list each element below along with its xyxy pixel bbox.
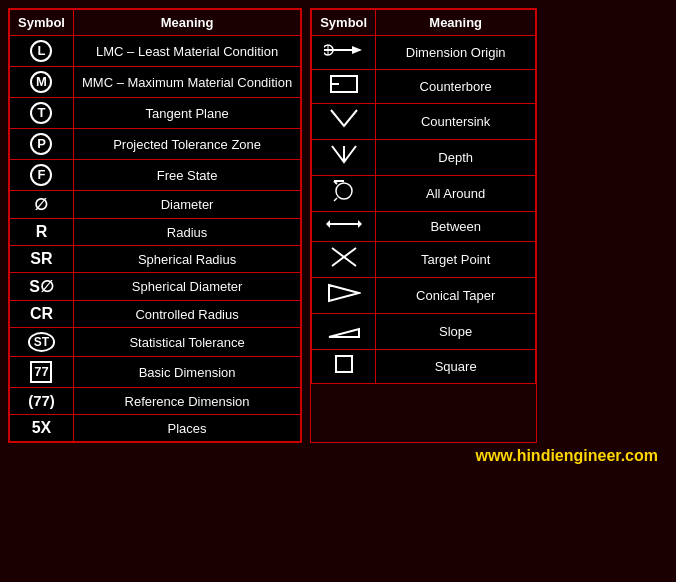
right-table: Symbol Meaning Dimension <box>311 9 536 384</box>
symbol-counterbore <box>312 70 376 104</box>
symbol-conical-taper <box>312 278 376 314</box>
table-row: ∅ Diameter <box>10 191 301 219</box>
counterbore-icon <box>329 74 359 94</box>
slope-icon <box>327 318 361 340</box>
website-label: www.hindiengineer.com <box>475 447 658 464</box>
meaning-square: Square <box>376 350 536 384</box>
symbol-all-around <box>312 176 376 212</box>
symbol-places: 5X <box>10 415 74 442</box>
symbol-free-state: F <box>10 160 74 191</box>
table-row: T Tangent Plane <box>10 98 301 129</box>
table-row: Counterbore <box>312 70 536 104</box>
left-table: Symbol Meaning L LMC – Least Material Co… <box>9 9 301 442</box>
table-row: S∅ Spherical Diameter <box>10 273 301 301</box>
meaning-target-point: Target Point <box>376 242 536 278</box>
symbol-diameter: ∅ <box>10 191 74 219</box>
left-header-meaning: Meaning <box>73 10 300 36</box>
meaning-places: Places <box>73 415 300 442</box>
symbol-controlled-radius: CR <box>10 301 74 328</box>
meaning-diameter: Diameter <box>73 191 300 219</box>
table-row: Dimension Origin <box>312 36 536 70</box>
table-row: P Projected Tolerance Zone <box>10 129 301 160</box>
target-point-icon <box>330 246 358 268</box>
between-icon <box>326 216 362 232</box>
symbol-square <box>312 350 376 384</box>
right-table-wrapper: Symbol Meaning Dimension <box>310 8 537 443</box>
symbol-target-point <box>312 242 376 278</box>
table-row: CR Controlled Radius <box>10 301 301 328</box>
depth-icon <box>330 144 358 166</box>
svg-marker-19 <box>329 329 359 337</box>
svg-line-11 <box>334 198 337 201</box>
meaning-dim-origin: Dimension Origin <box>376 36 536 70</box>
symbol-countersink <box>312 104 376 140</box>
meaning-projected: Projected Tolerance Zone <box>73 129 300 160</box>
svg-rect-20 <box>336 356 352 372</box>
symbol-ref-dim: (77) <box>10 388 74 415</box>
countersink-icon <box>329 108 359 130</box>
table-row: 5X Places <box>10 415 301 442</box>
symbol-tangent: T <box>10 98 74 129</box>
svg-marker-1 <box>352 46 362 54</box>
left-table-wrapper: Symbol Meaning L LMC – Least Material Co… <box>8 8 302 443</box>
right-header-symbol: Symbol <box>312 10 376 36</box>
meaning-free-state: Free State <box>73 160 300 191</box>
meaning-ref-dim: Reference Dimension <box>73 388 300 415</box>
meaning-statistical: Statistical Tolerance <box>73 328 300 357</box>
table-row: Conical Taper <box>312 278 536 314</box>
table-row: L LMC – Least Material Condition <box>10 36 301 67</box>
table-row: F Free State <box>10 160 301 191</box>
symbol-basic-dim: 77 <box>10 357 74 388</box>
meaning-tangent: Tangent Plane <box>73 98 300 129</box>
symbol-spherical-diameter: S∅ <box>10 273 74 301</box>
table-row: All Around <box>312 176 536 212</box>
meaning-depth: Depth <box>376 140 536 176</box>
symbol-depth <box>312 140 376 176</box>
table-row: ST Statistical Tolerance <box>10 328 301 357</box>
meaning-radius: Radius <box>73 219 300 246</box>
conical-taper-icon <box>327 282 361 304</box>
meaning-counterbore: Counterbore <box>376 70 536 104</box>
meaning-mmc: MMC – Maximum Material Condition <box>73 67 300 98</box>
table-row: Between <box>312 212 536 242</box>
symbol-radius: R <box>10 219 74 246</box>
right-header-meaning: Meaning <box>376 10 536 36</box>
symbol-statistical: ST <box>10 328 74 357</box>
symbol-lmc: L <box>10 36 74 67</box>
meaning-spherical-radius: Spherical Radius <box>73 246 300 273</box>
table-row: SR Spherical Radius <box>10 246 301 273</box>
symbol-spherical-radius: SR <box>10 246 74 273</box>
table-row: Depth <box>312 140 536 176</box>
main-container: Symbol Meaning L LMC – Least Material Co… <box>8 8 668 443</box>
svg-marker-14 <box>358 220 362 228</box>
square-icon <box>334 354 354 374</box>
table-row: (77) Reference Dimension <box>10 388 301 415</box>
all-around-icon <box>329 180 359 202</box>
meaning-countersink: Countersink <box>376 104 536 140</box>
table-row: M MMC – Maximum Material Condition <box>10 67 301 98</box>
table-row: Target Point <box>312 242 536 278</box>
meaning-between: Between <box>376 212 536 242</box>
svg-point-8 <box>336 183 352 199</box>
table-row: Square <box>312 350 536 384</box>
meaning-all-around: All Around <box>376 176 536 212</box>
meaning-lmc: LMC – Least Material Condition <box>73 36 300 67</box>
symbol-dim-origin <box>312 36 376 70</box>
svg-marker-17 <box>329 285 359 301</box>
meaning-slope: Slope <box>376 314 536 350</box>
meaning-conical-taper: Conical Taper <box>376 278 536 314</box>
table-row: Countersink <box>312 104 536 140</box>
symbol-projected: P <box>10 129 74 160</box>
table-row: R Radius <box>10 219 301 246</box>
svg-marker-13 <box>326 220 330 228</box>
footer: www.hindiengineer.com <box>8 447 668 465</box>
table-row: Slope <box>312 314 536 350</box>
symbol-mmc: M <box>10 67 74 98</box>
symbol-between <box>312 212 376 242</box>
left-header-symbol: Symbol <box>10 10 74 36</box>
table-row: 77 Basic Dimension <box>10 357 301 388</box>
meaning-controlled-radius: Controlled Radius <box>73 301 300 328</box>
meaning-spherical-diameter: Spherical Diameter <box>73 273 300 301</box>
dimension-origin-icon <box>324 40 364 60</box>
meaning-basic-dim: Basic Dimension <box>73 357 300 388</box>
